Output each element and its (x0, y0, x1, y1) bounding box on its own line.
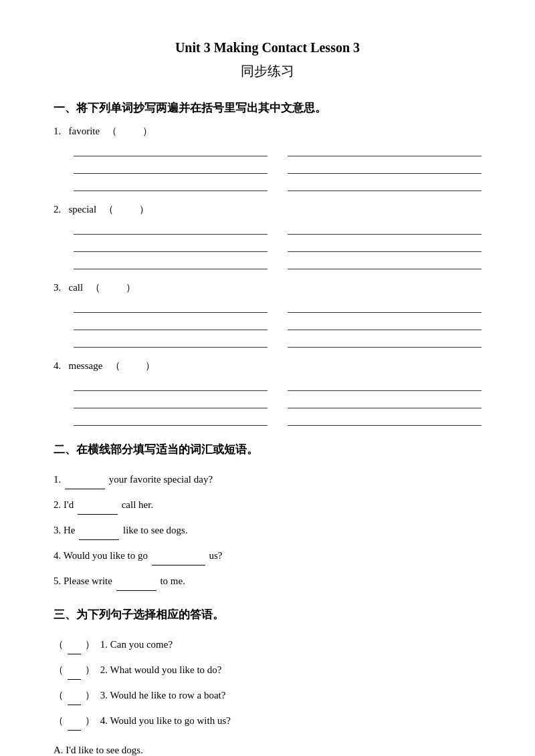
match-item-1: （ ） 1. Can you come? (54, 636, 481, 654)
fill-text-1a: 1. your favorite special day? (54, 474, 213, 485)
page-title: Unit 3 Making Contact Lesson 3 (54, 40, 481, 55)
word-paren-3: （ ） (90, 282, 136, 293)
fill-item-1: 1. your favorite special day? (54, 471, 481, 489)
write-line[interactable] (288, 237, 481, 252)
page-container: Unit 3 Making Contact Lesson 3 同步练习 一、将下… (54, 40, 481, 756)
word-text-2: special (69, 204, 97, 215)
write-line[interactable] (288, 411, 481, 426)
word-label-3: 3. call （ ） (54, 281, 481, 294)
fill-blank-4[interactable] (152, 547, 205, 565)
match-item-2: （ ） 2. What would you like to do? (54, 661, 481, 680)
write-line[interactable] (288, 316, 481, 330)
fill-blank-1[interactable] (65, 471, 105, 489)
write-line[interactable] (288, 394, 481, 408)
subtitle: 同步练习 (54, 62, 481, 80)
match-paren-close-1: ） (85, 636, 95, 654)
word-item-3: 3. call （ ） (54, 281, 481, 348)
match-num-1: 1. Can you come? (98, 636, 173, 654)
fill-text-2a: 2. I'd call her. (54, 499, 153, 510)
fill-section: 1. your favorite special day? 2. I'd cal… (54, 471, 481, 591)
word-num-1: 1. (54, 126, 66, 136)
match-paren-open-3: （ (54, 686, 64, 705)
word-item-1: 1. favorite （ ） (54, 125, 481, 191)
match-num-2: 2. What would you like to do? (98, 661, 222, 679)
write-line[interactable] (288, 220, 481, 235)
word-paren-4: （ ） (110, 360, 156, 371)
word-text-3: call (69, 282, 84, 293)
answer-item-a: A. I'd like to see dogs. (54, 741, 481, 756)
word-text-1: favorite (69, 126, 100, 136)
writing-lines-2 (74, 220, 481, 269)
match-paren-close-4: ） (85, 712, 95, 730)
match-num-3: 3. Would he like to row a boat? (98, 686, 225, 705)
write-line[interactable] (288, 376, 481, 391)
word-label-4: 4. message （ ） (54, 360, 481, 372)
write-line[interactable] (288, 142, 481, 156)
word-item-4: 4. message （ ） (54, 360, 481, 426)
write-line[interactable] (74, 333, 268, 348)
match-paren-close-2: ） (85, 661, 95, 679)
word-num-4: 4. (54, 360, 66, 371)
match-num-4: 4. Would you like to go with us? (98, 712, 231, 730)
writing-lines-3 (74, 298, 481, 348)
write-line[interactable] (74, 411, 268, 426)
fill-item-5: 5. Please write to me. (54, 572, 481, 591)
word-paren-2: （ ） (104, 204, 149, 215)
write-line[interactable] (74, 316, 268, 330)
match-answer-3[interactable] (68, 686, 81, 705)
match-paren-open-2: （ (54, 661, 64, 679)
match-paren-open-1: （ (54, 636, 64, 654)
fill-text-3a: 3. He like to see dogs. (54, 525, 188, 535)
write-line[interactable] (288, 298, 481, 313)
fill-blank-3[interactable] (79, 521, 119, 540)
word-label-2: 2. special （ ） (54, 203, 481, 216)
word-num-3: 3. (54, 282, 66, 293)
fill-text-5a: 5. Please write to me. (54, 576, 185, 586)
writing-lines-1 (74, 142, 481, 191)
write-line[interactable] (74, 159, 268, 174)
writing-lines-4 (74, 376, 481, 426)
match-item-3: （ ） 3. Would he like to row a boat? (54, 686, 481, 705)
fill-blank-2[interactable] (78, 496, 118, 515)
section1-header: 一、将下列单词抄写两遍并在括号里写出其中文意思。 (54, 100, 481, 116)
write-line[interactable] (74, 220, 268, 235)
section2-header: 二、在横线部分填写适当的词汇或短语。 (54, 442, 481, 457)
write-line[interactable] (74, 298, 268, 313)
fill-item-4: 4. Would you like to go us? (54, 547, 481, 565)
write-line[interactable] (74, 255, 268, 269)
fill-item-2: 2. I'd call her. (54, 496, 481, 515)
answers-section: A. I'd like to see dogs. B. Of course I … (54, 741, 481, 756)
fill-item-3: 3. He like to see dogs. (54, 521, 481, 540)
fill-text-4a: 4. Would you like to go us? (54, 550, 223, 561)
match-item-4: （ ） 4. Would you like to go with us? (54, 712, 481, 731)
match-section: （ ） 1. Can you come? （ ） 2. What would y… (54, 636, 481, 731)
write-line[interactable] (74, 394, 268, 408)
write-line[interactable] (288, 176, 481, 191)
word-text-4: message (69, 360, 103, 371)
write-line[interactable] (74, 176, 268, 191)
match-paren-close-3: ） (85, 686, 95, 705)
word-label-1: 1. favorite （ ） (54, 125, 481, 138)
match-paren-open-4: （ (54, 712, 64, 730)
write-line[interactable] (74, 142, 268, 156)
word-item-2: 2. special （ ） (54, 203, 481, 269)
word-num-2: 2. (54, 204, 66, 215)
write-line[interactable] (288, 159, 481, 174)
word-paren-1: （ ） (107, 126, 152, 136)
section3-header: 三、为下列句子选择相应的答语。 (54, 607, 481, 622)
match-answer-1[interactable] (68, 636, 81, 654)
fill-blank-5[interactable] (116, 572, 156, 591)
write-line[interactable] (74, 376, 268, 391)
answer-label-a: A. I'd like to see dogs. (54, 745, 143, 755)
write-line[interactable] (74, 237, 268, 252)
match-answer-4[interactable] (68, 712, 81, 731)
write-line[interactable] (288, 333, 481, 348)
match-answer-2[interactable] (68, 661, 81, 680)
write-line[interactable] (288, 255, 481, 269)
